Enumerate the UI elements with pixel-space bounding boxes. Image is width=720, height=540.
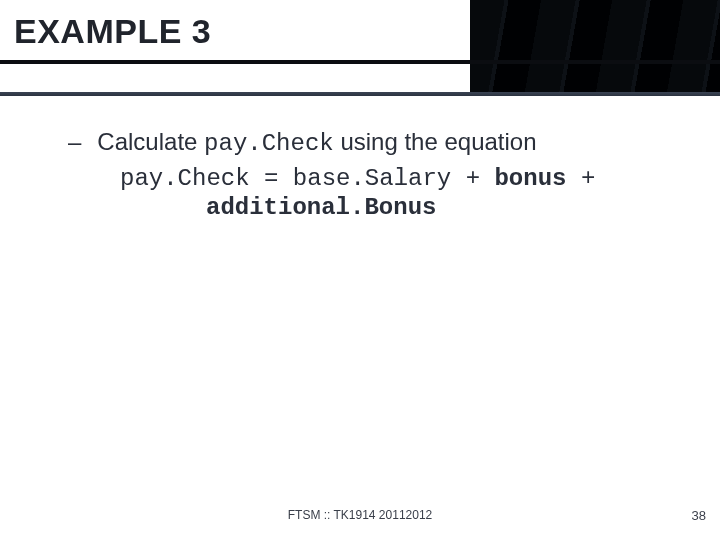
equation-line-1: pay.Check = base.Salary + bonus + bbox=[120, 165, 692, 192]
eq-bonus: bonus bbox=[494, 165, 566, 192]
slide: EXAMPLE 3 – Calculate pay.Check using th… bbox=[0, 0, 720, 540]
header-rule-top bbox=[0, 60, 720, 64]
bullet-dash: – bbox=[68, 128, 81, 156]
slide-header: EXAMPLE 3 bbox=[0, 0, 720, 96]
equation-line-2: additional.Bonus bbox=[206, 194, 692, 221]
slide-title: EXAMPLE 3 bbox=[14, 12, 211, 51]
bullet-code: pay.Check bbox=[204, 130, 334, 157]
footer-center-text: FTSM :: TK1914 20112012 bbox=[288, 508, 433, 522]
eq-lhs: pay.Check = base.Salary + bbox=[120, 165, 494, 192]
page-number: 38 bbox=[692, 508, 706, 523]
bullet-text-pre: Calculate bbox=[97, 128, 204, 155]
bullet-line: Calculate pay.Check using the equation bbox=[97, 128, 536, 157]
slide-body: – Calculate pay.Check using the equation… bbox=[0, 120, 720, 500]
bullet-text-post: using the equation bbox=[334, 128, 537, 155]
eq-plus: + bbox=[566, 165, 595, 192]
bullet-item: – Calculate pay.Check using the equation bbox=[68, 128, 692, 157]
slide-footer: FTSM :: TK1914 20112012 38 bbox=[0, 508, 720, 532]
header-background-image bbox=[470, 0, 720, 96]
equation-block: pay.Check = base.Salary + bonus + additi… bbox=[120, 165, 692, 221]
header-rule-bottom bbox=[0, 92, 720, 96]
